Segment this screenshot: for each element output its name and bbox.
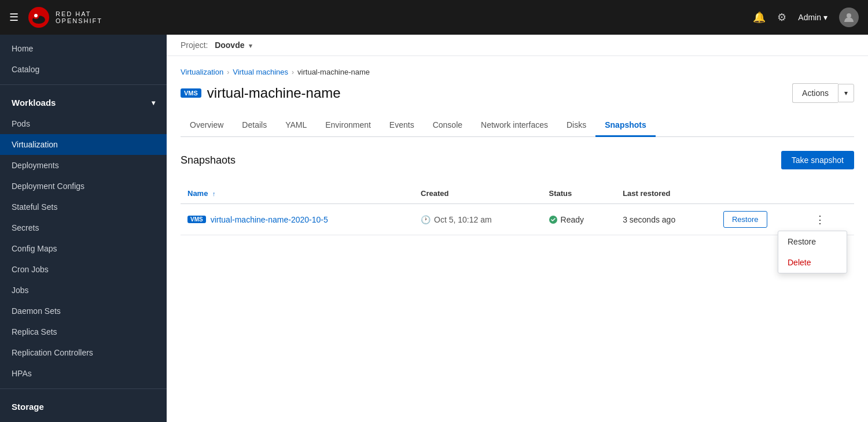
logo: RED HAT OPENSHIFT <box>28 6 102 28</box>
settings-icon[interactable]: ⚙ <box>777 11 786 24</box>
page-title: virtual-machine-name <box>207 85 341 101</box>
sidebar-item-pods[interactable]: Pods <box>0 113 167 134</box>
snapshots-table: Name ↑ Created Status Last restored <box>181 183 854 235</box>
svg-point-4 <box>847 13 851 18</box>
sidebar-divider-2 <box>0 388 167 389</box>
admin-menu-button[interactable]: Admin ▾ <box>798 13 827 22</box>
snap-created-cell: 🕐 Oct 5, 10:12 am <box>414 204 542 235</box>
sidebar: Home Catalog Workloads ▾ Pods Virtualiza… <box>0 35 167 422</box>
kebab-menu-restore[interactable]: Restore <box>778 231 847 252</box>
sidebar-item-deployment-configs[interactable]: Deployment Configs <box>0 176 167 197</box>
actions-dropdown: Actions ▾ <box>792 83 854 103</box>
user-avatar[interactable] <box>839 8 859 27</box>
project-bar: Project: Doovde ▾ <box>167 35 868 56</box>
sidebar-item-deployments[interactable]: Deployments <box>0 155 167 176</box>
sidebar-divider-1 <box>0 84 167 85</box>
logo-text: RED HAT OPENSHIFT <box>56 10 102 24</box>
tab-environment[interactable]: Environment <box>316 114 380 137</box>
workloads-chevron: ▾ <box>152 99 155 107</box>
sidebar-item-daemon-sets[interactable]: Daemon Sets <box>0 301 167 321</box>
snap-kebab-cell: ⋮ Restore Delete <box>803 204 854 235</box>
col-kebab-empty <box>803 183 854 204</box>
project-name[interactable]: Doovde ▾ <box>215 40 252 50</box>
table-header-row: Name ↑ Created Status Last restored <box>181 183 854 204</box>
sidebar-sub-workloads: Pods Virtualization Deployments Deployme… <box>0 113 167 384</box>
snap-status-cell: Ready <box>542 204 616 235</box>
tab-events[interactable]: Events <box>380 114 424 137</box>
tab-yaml[interactable]: YAML <box>276 114 316 137</box>
sidebar-item-config-maps[interactable]: Config Maps <box>0 238 167 259</box>
clock-icon: 🕐 <box>421 215 431 224</box>
breadcrumb-sep-2: › <box>292 68 294 76</box>
main-content: Project: Doovde ▾ Virtualization › Virtu… <box>167 35 868 422</box>
tab-disks[interactable]: Disks <box>557 114 595 137</box>
notification-icon[interactable]: 🔔 <box>753 11 766 24</box>
hamburger-button[interactable]: ☰ <box>9 11 19 24</box>
actions-button[interactable]: Actions <box>792 83 838 103</box>
vms-badge: VMS <box>181 88 201 98</box>
breadcrumb-current: virtual-machine-name <box>297 68 370 76</box>
sidebar-item-cron-jobs[interactable]: Cron Jobs <box>0 259 167 280</box>
sidebar-item-replica-sets[interactable]: Replica Sets <box>0 321 167 342</box>
take-snapshot-button[interactable]: Take snapshot <box>781 151 854 169</box>
breadcrumb-virtual-machines[interactable]: Virtual machines <box>233 68 288 76</box>
content-area: Virtualization › Virtual machines › virt… <box>167 56 868 247</box>
snap-last-restored-cell: 3 seconds ago <box>616 204 716 235</box>
actions-caret-button[interactable]: ▾ <box>838 84 854 102</box>
status-label: Ready <box>561 215 584 224</box>
row-actions: ⋮ Restore Delete <box>810 212 847 227</box>
top-nav: ☰ RED HAT OPENSHIFT 🔔 ⚙ Admin ▾ <box>0 0 868 35</box>
table-row: VMS virtual-machine-name-2020-10-5 🕐 Oct… <box>181 204 854 235</box>
top-nav-right: 🔔 ⚙ Admin ▾ <box>753 8 859 27</box>
sidebar-item-stateful-sets[interactable]: Stateful Sets <box>0 197 167 217</box>
col-actions-empty <box>716 183 803 204</box>
snap-vms-badge: VMS <box>187 216 206 223</box>
tab-network-interfaces[interactable]: Network interfaces <box>472 114 557 137</box>
breadcrumb-virtualization[interactable]: Virtualization <box>181 68 223 76</box>
page-title-left: VMS virtual-machine-name <box>181 85 341 101</box>
snapshots-section-header: Snapshaots Take snapshot <box>181 151 854 169</box>
sort-icon-name: ↑ <box>212 190 216 197</box>
page-title-row: VMS virtual-machine-name Actions ▾ <box>181 83 854 103</box>
snap-name-link[interactable]: virtual-machine-name-2020-10-5 <box>211 215 328 224</box>
snapshots-table-body: VMS virtual-machine-name-2020-10-5 🕐 Oct… <box>181 204 854 235</box>
sidebar-item-hpas[interactable]: HPAs <box>0 363 167 384</box>
col-status: Status <box>542 183 616 204</box>
sidebar-item-replication-controllers[interactable]: Replication Controllers <box>0 342 167 363</box>
status-dot-ready <box>549 216 557 224</box>
snapshots-table-head: Name ↑ Created Status Last restored <box>181 183 854 204</box>
project-label: Project: <box>181 40 208 50</box>
sidebar-item-secrets[interactable]: Secrets <box>0 217 167 238</box>
col-created: Created <box>414 183 542 204</box>
sidebar-item-catalog[interactable]: Catalog <box>0 59 167 80</box>
sidebar-section-storage[interactable]: Storage <box>0 394 167 417</box>
restore-button[interactable]: Restore <box>723 211 767 228</box>
tab-console[interactable]: Console <box>424 114 472 137</box>
sidebar-item-jobs[interactable]: Jobs <box>0 280 167 301</box>
col-name[interactable]: Name ↑ <box>181 183 414 204</box>
sidebar-item-home[interactable]: Home <box>0 35 167 59</box>
kebab-menu-delete[interactable]: Delete <box>778 252 847 273</box>
tab-snapshots[interactable]: Snapshots <box>595 114 656 137</box>
page-layout: Home Catalog Workloads ▾ Pods Virtualiza… <box>0 35 868 422</box>
sidebar-section-workloads[interactable]: Workloads ▾ <box>0 90 167 113</box>
redhat-logo-icon <box>28 6 50 28</box>
breadcrumb: Virtualization › Virtual machines › virt… <box>181 68 854 76</box>
col-last-restored: Last restored <box>616 183 716 204</box>
kebab-menu: Restore Delete <box>778 231 847 273</box>
tab-details[interactable]: Details <box>233 114 276 137</box>
breadcrumb-sep-1: › <box>227 68 229 76</box>
svg-point-3 <box>34 14 38 17</box>
kebab-button[interactable]: ⋮ <box>810 212 830 227</box>
tabs-bar: Overview Details YAML Environment Events… <box>181 114 854 137</box>
snapshots-title: Snapshaots <box>181 154 236 166</box>
tab-overview[interactable]: Overview <box>181 114 233 137</box>
snap-name-cell: VMS virtual-machine-name-2020-10-5 <box>181 204 414 235</box>
sidebar-item-virtualization[interactable]: Virtualization <box>0 134 167 155</box>
